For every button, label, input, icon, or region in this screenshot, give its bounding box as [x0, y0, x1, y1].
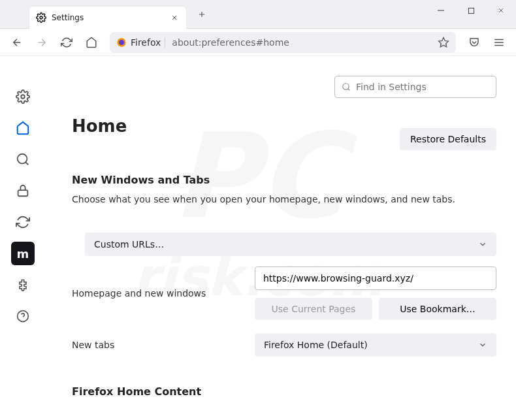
- svg-rect-3: [468, 8, 474, 13]
- tab-settings[interactable]: Settings: [29, 7, 186, 29]
- svg-marker-6: [439, 37, 449, 46]
- menu-button[interactable]: [489, 32, 509, 53]
- select-value: Custom URLs…: [94, 239, 164, 250]
- titlebar: Settings: [0, 0, 516, 29]
- identity-box: Firefox: [116, 37, 165, 48]
- sidebar-item-home[interactable]: [11, 116, 35, 140]
- chevron-down-icon: [478, 340, 487, 349]
- chevron-down-icon: [478, 240, 487, 249]
- sidebar-item-privacy[interactable]: [11, 179, 35, 202]
- sidebar-item-extensions[interactable]: [11, 273, 35, 297]
- sidebar-item-search[interactable]: [11, 148, 35, 171]
- pocket-button[interactable]: [464, 32, 485, 53]
- search-icon: [342, 82, 351, 91]
- newtabs-label: New tabs: [72, 340, 242, 350]
- page-title: Home: [72, 116, 400, 136]
- use-bookmark-button[interactable]: Use Bookmark…: [379, 298, 496, 320]
- sidebar-item-general[interactable]: [11, 85, 35, 108]
- use-current-pages-button[interactable]: Use Current Pages: [255, 298, 372, 320]
- content: m Home Restore Defaults New Windows and …: [0, 56, 516, 420]
- window-controls: [426, 0, 516, 21]
- main-panel: Home Restore Defaults New Windows and Ta…: [46, 56, 516, 420]
- sidebar-item-sync[interactable]: [11, 210, 35, 234]
- url-text: about:preferences#home: [172, 37, 431, 48]
- newtabs-select[interactable]: Firefox Home (Default): [255, 333, 496, 357]
- homepage-mode-select[interactable]: Custom URLs…: [85, 233, 496, 256]
- star-icon[interactable]: [438, 37, 449, 48]
- svg-point-7: [21, 95, 25, 99]
- svg-point-2: [40, 16, 42, 19]
- sidebar: m: [0, 56, 46, 420]
- section-title-new-windows: New Windows and Tabs: [72, 174, 496, 186]
- maximize-button[interactable]: [456, 0, 486, 21]
- settings-search-input[interactable]: [356, 82, 489, 92]
- settings-search[interactable]: [334, 76, 496, 98]
- close-window-button[interactable]: [486, 0, 516, 21]
- svg-rect-9: [18, 190, 28, 196]
- back-button[interactable]: [7, 32, 27, 53]
- restore-defaults-button[interactable]: Restore Defaults: [400, 128, 496, 150]
- homepage-label: Homepage and new windows: [72, 288, 242, 299]
- tab-title: Settings: [52, 13, 164, 22]
- svg-point-11: [343, 84, 349, 89]
- select-value: Firefox Home (Default): [264, 340, 368, 350]
- sidebar-item-help[interactable]: [11, 304, 35, 328]
- firefox-icon: [116, 37, 127, 48]
- new-tab-button[interactable]: [193, 5, 211, 24]
- sidebar-item-more-mozilla[interactable]: m: [11, 242, 35, 265]
- close-icon[interactable]: [169, 12, 180, 23]
- toolbar: Firefox about:preferences#home: [0, 29, 516, 56]
- url-bar[interactable]: Firefox about:preferences#home: [110, 32, 456, 53]
- svg-point-8: [18, 154, 27, 164]
- forward-button[interactable]: [31, 32, 52, 53]
- minimize-button[interactable]: [426, 0, 456, 21]
- identity-label: Firefox: [131, 37, 161, 48]
- gear-icon: [36, 12, 46, 23]
- section-desc: Choose what you see when you open your h…: [72, 193, 496, 206]
- home-button[interactable]: [81, 32, 102, 53]
- section-title-home-content: Firefox Home Content: [72, 385, 496, 398]
- homepage-url-input[interactable]: [255, 267, 496, 290]
- svg-point-5: [119, 40, 124, 45]
- reload-button[interactable]: [56, 32, 77, 53]
